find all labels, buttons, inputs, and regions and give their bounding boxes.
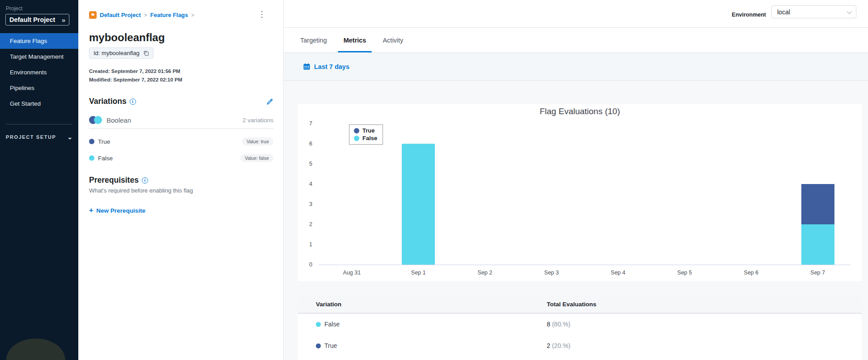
x-axis-label: Sep 5 bbox=[677, 270, 692, 276]
variation-list: TrueValue: trueFalseValue: false bbox=[89, 137, 273, 162]
table-row-false: False8 (80.%) bbox=[298, 313, 862, 335]
date-range-picker[interactable]: Last 7 days bbox=[284, 52, 868, 81]
table-body: False8 (80.%)True2 (20.%) bbox=[298, 313, 862, 356]
variation-value-chip: Value: false bbox=[240, 154, 273, 162]
bar-false-sep-7 bbox=[801, 224, 834, 265]
prerequisites-header: Prerequisites i bbox=[89, 176, 273, 185]
prerequisites-title: Prerequisites bbox=[89, 176, 139, 185]
sidebar-nav: Feature FlagsTarget ManagementEnvironmen… bbox=[0, 33, 78, 111]
table-cell-total: 8 (80.%) bbox=[547, 321, 862, 328]
chart-legend: TrueFalse bbox=[349, 124, 383, 145]
project-setup-label: PROJECT SETUP bbox=[6, 134, 56, 140]
new-prerequisite-label: New Prerequisite bbox=[96, 207, 145, 214]
y-axis-tick: 1 bbox=[309, 241, 312, 248]
breadcrumb-link-project[interactable]: Default Project bbox=[100, 12, 141, 18]
tab-metrics[interactable]: Metrics bbox=[343, 28, 367, 52]
double-chevron-icon: » bbox=[62, 16, 65, 24]
variation-count: 2 variations bbox=[243, 117, 273, 124]
evaluations-table: Variation Total Evaluations False8 (80.%… bbox=[298, 296, 862, 360]
table-col-variation: Variation bbox=[316, 301, 547, 308]
variation-name: False bbox=[324, 321, 340, 328]
chart-plot-area: 01234567Aug 31Sep 1Sep 2Sep 3Sep 4Sep 5S… bbox=[319, 124, 851, 265]
x-axis-label: Sep 2 bbox=[478, 270, 493, 276]
info-icon[interactable]: i bbox=[142, 177, 148, 184]
variation-dot bbox=[316, 343, 321, 348]
bar-true-sep-7 bbox=[801, 184, 834, 224]
environment-dropdown-value: local bbox=[777, 9, 790, 16]
environment-label: Environment bbox=[732, 12, 766, 18]
y-axis-tick: 2 bbox=[309, 221, 312, 227]
chevron-down-icon bbox=[847, 9, 852, 13]
x-axis-label: Sep 7 bbox=[810, 270, 825, 276]
project-selector-value: Default Project bbox=[9, 16, 55, 23]
variations-divider bbox=[89, 129, 273, 129]
flag-id-text: Id: mybooleanflag bbox=[94, 50, 140, 56]
sidebar-item-environments[interactable]: Environments bbox=[0, 64, 78, 80]
sidebar-item-pipelines[interactable]: Pipelines bbox=[0, 80, 78, 96]
table-cell-total: 2 (20.%) bbox=[547, 342, 862, 349]
metrics-panel: Environment local TargetingMetricsActivi… bbox=[284, 0, 868, 360]
legend-label: False bbox=[362, 135, 377, 141]
legend-dot bbox=[354, 128, 359, 133]
sidebar-item-target-management[interactable]: Target Management bbox=[0, 49, 78, 64]
sidebar-item-project-setup[interactable]: PROJECT SETUP ⌄ bbox=[6, 133, 72, 141]
new-prerequisite-button[interactable]: + New Prerequisite bbox=[89, 206, 145, 214]
sidebar-item-feature-flags[interactable]: Feature Flags bbox=[0, 33, 78, 49]
legend-label: True bbox=[362, 127, 374, 134]
help-widget-bubble[interactable] bbox=[6, 339, 65, 360]
table-cell-variation: True bbox=[316, 342, 547, 349]
variation-value-chip: Value: true bbox=[242, 137, 273, 146]
table-row-true: True2 (20.%) bbox=[298, 335, 862, 356]
y-axis-tick: 4 bbox=[309, 181, 312, 187]
table-header-row: Variation Total Evaluations bbox=[298, 296, 862, 313]
breadcrumb-link-feature-flags[interactable]: Feature Flags bbox=[150, 12, 188, 18]
variation-name: True bbox=[324, 342, 337, 349]
boolean-type-icon bbox=[89, 116, 102, 124]
variation-row-true: TrueValue: true bbox=[89, 137, 273, 146]
table-col-total: Total Evaluations bbox=[547, 301, 862, 308]
environment-dropdown[interactable]: local bbox=[771, 5, 856, 18]
breadcrumb-separator: > bbox=[144, 12, 147, 18]
calendar-icon bbox=[303, 63, 310, 70]
copy-icon[interactable] bbox=[143, 50, 149, 56]
sidebar-item-get-started[interactable]: Get Started bbox=[0, 96, 78, 111]
x-axis-label: Sep 3 bbox=[544, 270, 559, 276]
x-axis-label: Sep 1 bbox=[411, 270, 426, 276]
breadcrumb-separator: > bbox=[191, 12, 194, 18]
variation-dot bbox=[316, 322, 321, 327]
edit-variations-pencil-icon[interactable] bbox=[266, 98, 273, 105]
chevron-down-icon: ⌄ bbox=[67, 133, 72, 141]
sidebar-divider bbox=[6, 124, 72, 124]
kebab-menu-icon[interactable]: ⋮ bbox=[258, 10, 266, 18]
prerequisites-subtitle: What's required before enabling this fla… bbox=[89, 187, 273, 194]
bar-false-sep-1 bbox=[402, 144, 435, 265]
flag-evaluations-chart: Flag Evaluations (10) 01234567Aug 31Sep … bbox=[298, 104, 862, 281]
variation-name: True bbox=[98, 138, 110, 145]
legend-item-true: True bbox=[354, 127, 377, 134]
x-axis-label: Sep 4 bbox=[611, 270, 625, 276]
y-axis-tick: 7 bbox=[309, 120, 312, 127]
plus-icon: + bbox=[89, 206, 93, 214]
breadcrumb: Default Project > Feature Flags > bbox=[89, 11, 273, 19]
variation-dot bbox=[89, 155, 94, 161]
info-icon[interactable]: i bbox=[130, 99, 136, 105]
variation-name: False bbox=[98, 155, 113, 162]
sidebar: Project Default Project » Feature FlagsT… bbox=[0, 0, 78, 360]
tab-targeting[interactable]: Targeting bbox=[299, 28, 328, 52]
variation-dot bbox=[89, 139, 94, 144]
y-axis-tick: 0 bbox=[309, 261, 312, 268]
variation-row-false: FalseValue: false bbox=[89, 154, 273, 162]
flag-created-date: Created: September 7, 2022 01:56 PM bbox=[89, 69, 273, 74]
legend-item-false: False bbox=[354, 135, 377, 141]
x-axis-label: Sep 6 bbox=[744, 270, 759, 276]
project-selector[interactable]: Default Project » bbox=[5, 14, 69, 26]
table-cell-variation: False bbox=[316, 321, 547, 328]
feature-flags-logo-icon bbox=[89, 11, 97, 19]
variations-header: Variations i bbox=[89, 97, 273, 106]
tab-activity[interactable]: Activity bbox=[382, 28, 404, 52]
y-axis-tick: 3 bbox=[309, 201, 312, 207]
flag-id-chip[interactable]: Id: mybooleanflag bbox=[89, 47, 153, 59]
variations-title: Variations bbox=[89, 97, 127, 106]
variation-type-row: Boolean 2 variations bbox=[89, 116, 273, 124]
variation-type-label: Boolean bbox=[106, 116, 131, 124]
